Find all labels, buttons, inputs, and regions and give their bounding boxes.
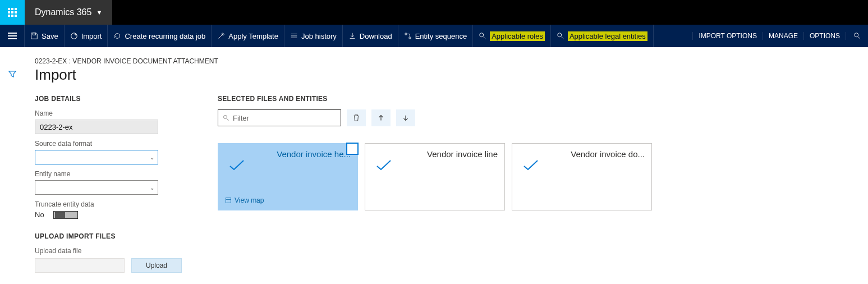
svg-point-17 [405, 33, 407, 35]
job-history-button[interactable]: Job history [284, 25, 343, 47]
view-map-link[interactable]: View map [225, 196, 264, 204]
hamburger-icon[interactable] [0, 25, 25, 47]
svg-rect-11 [8, 38, 17, 39]
applicable-legal-label: Applicable legal entities [568, 31, 647, 41]
entity-sequence-label: Entity sequence [415, 32, 467, 40]
import-label: Import [81, 32, 102, 40]
upload-file-input[interactable] [35, 258, 125, 273]
arrow-down-icon [402, 114, 410, 122]
truncate-value: No [35, 210, 44, 219]
svg-rect-27 [226, 198, 231, 203]
apply-template-button[interactable]: Apply Template [212, 25, 284, 47]
svg-rect-3 [8, 11, 10, 13]
upload-section-title: UPLOAD IMPORT FILES [35, 232, 182, 240]
map-icon [225, 197, 232, 204]
source-format-select[interactable]: ⌄ [35, 150, 158, 164]
check-icon [522, 159, 539, 174]
entity-card-vendor-invoice-doc[interactable]: Vendor invoice do... [512, 143, 652, 210]
name-label: Name [35, 109, 182, 117]
breadcrumb: 0223-2-EX : VENDOR INVOICE DOCUMENT ATTA… [35, 57, 856, 65]
brand-menu[interactable]: Dynamics 365 ▼ [25, 0, 112, 25]
recurring-button[interactable]: Create recurring data job [108, 25, 212, 47]
svg-rect-4 [11, 11, 13, 13]
svg-rect-12 [33, 33, 35, 35]
entity-card-vendor-invoice-line[interactable]: Vendor invoice line [365, 143, 505, 210]
filter-icon[interactable] [8, 70, 17, 283]
app-launcher-icon[interactable] [0, 0, 25, 25]
svg-rect-1 [11, 8, 13, 10]
move-up-button[interactable] [371, 109, 391, 126]
filter-input[interactable]: Filter [218, 109, 341, 126]
chevron-down-icon: ⌄ [150, 185, 154, 191]
card-title: Vendor invoice he... [225, 149, 351, 159]
truncate-toggle[interactable] [53, 211, 78, 219]
delete-button[interactable] [347, 109, 366, 126]
filter-placeholder: Filter [233, 114, 249, 122]
save-label: Save [42, 32, 58, 40]
import-button[interactable]: Import [65, 25, 108, 47]
svg-rect-5 [15, 11, 17, 13]
move-down-button[interactable] [396, 109, 415, 126]
import-options-button[interactable]: IMPORT OPTIONS [692, 32, 763, 40]
svg-line-20 [484, 37, 486, 39]
save-button[interactable]: Save [25, 25, 65, 47]
job-history-label: Job history [301, 32, 337, 40]
job-details-title: JOB DETAILS [35, 95, 182, 103]
manage-button[interactable]: MANAGE [763, 32, 803, 40]
applicable-roles-button[interactable]: Applicable roles [473, 25, 551, 47]
selected-section-title: SELECTED FILES AND ENTITIES [218, 95, 652, 103]
entity-name-label: Entity name [35, 170, 182, 178]
svg-rect-7 [11, 15, 13, 17]
recurring-label: Create recurring data job [125, 32, 205, 40]
entity-sequence-button[interactable]: Entity sequence [398, 25, 474, 47]
check-icon [375, 159, 392, 174]
svg-line-24 [858, 37, 860, 39]
svg-rect-6 [8, 15, 10, 17]
name-input[interactable] [35, 120, 158, 134]
chevron-down-icon: ⌄ [150, 154, 154, 161]
brand-label: Dynamics 365 [35, 7, 91, 17]
options-button[interactable]: OPTIONS [803, 32, 846, 40]
entity-name-select[interactable]: ⌄ [35, 180, 158, 195]
source-format-label: Source data format [35, 140, 182, 148]
check-icon [228, 159, 245, 174]
svg-point-21 [558, 33, 562, 37]
applicable-legal-button[interactable]: Applicable legal entities [551, 25, 654, 47]
svg-rect-0 [8, 8, 10, 10]
card-title: Vendor invoice line [372, 149, 498, 159]
svg-point-19 [480, 33, 484, 37]
svg-line-26 [227, 119, 229, 121]
entity-card-vendor-invoice-header[interactable]: Vendor invoice he... View map [218, 143, 358, 210]
svg-point-25 [224, 116, 227, 119]
upload-button[interactable]: Upload [131, 258, 182, 273]
upload-label: Upload data file [35, 247, 182, 255]
arrow-up-icon [377, 114, 385, 122]
applicable-roles-label: Applicable roles [490, 31, 545, 41]
apply-template-label: Apply Template [228, 32, 278, 40]
svg-rect-9 [8, 33, 17, 34]
card-checkbox[interactable] [346, 143, 359, 155]
search-icon [223, 114, 229, 121]
svg-point-18 [408, 37, 411, 39]
trash-icon [352, 114, 360, 122]
chevron-down-icon: ▼ [96, 9, 102, 16]
download-button[interactable]: Download [343, 25, 398, 47]
svg-point-23 [854, 33, 858, 37]
search-button[interactable] [846, 32, 868, 40]
truncate-label: Truncate entity data [35, 200, 182, 208]
download-label: Download [360, 32, 392, 40]
svg-line-22 [562, 37, 564, 39]
page-title: Import [35, 66, 856, 84]
card-title: Vendor invoice do... [519, 149, 645, 159]
svg-rect-2 [15, 8, 17, 10]
svg-rect-10 [8, 35, 17, 36]
svg-rect-8 [15, 15, 17, 17]
